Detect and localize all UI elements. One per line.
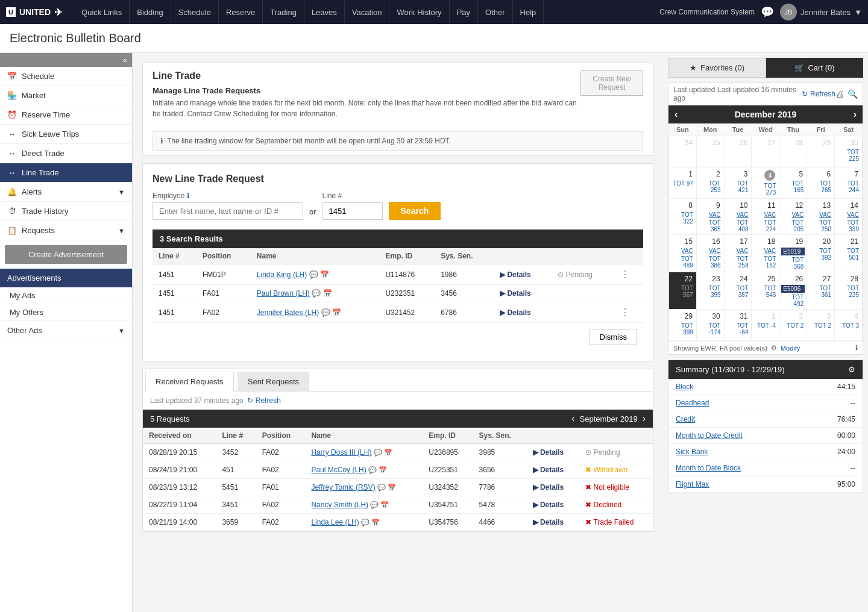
cell-sys-sen: 1986 xyxy=(435,264,494,285)
cal-icon-group: 🖨 🔍 xyxy=(835,89,858,99)
search-icon-btn[interactable]: 🔍 xyxy=(848,89,858,99)
sent-requests-tab[interactable]: Sent Requests xyxy=(237,372,309,391)
details-link[interactable]: ▶ Details xyxy=(500,289,531,298)
prev-month-btn[interactable]: ‹ xyxy=(571,413,574,424)
modify-link[interactable]: Modify xyxy=(781,345,800,352)
next-month-btn[interactable]: › xyxy=(643,413,646,424)
name-link[interactable]: Paul McCoy (LH) xyxy=(311,466,366,474)
block-link[interactable]: Block xyxy=(676,382,693,391)
create-new-request-btn[interactable]: Create New Request xyxy=(580,70,643,96)
name-link[interactable]: Harry Doss III (LH) xyxy=(311,448,371,457)
refresh-link[interactable]: ↻ Refresh xyxy=(247,396,281,405)
avatar: JB xyxy=(780,4,797,20)
sidebar-item-direct-trade[interactable]: ↔ Direct Trade xyxy=(0,144,132,163)
req-nav-row: 5 Requests ‹ September 2019 › xyxy=(143,410,653,428)
cal-refresh-btn[interactable]: ↻ Refresh xyxy=(802,90,835,98)
calendar-top-bar: Last updated Last updated 16 minutes ago… xyxy=(668,83,863,105)
cell-details[interactable]: ▶ Details xyxy=(494,302,552,323)
print-icon-btn[interactable]: 🖨 xyxy=(835,89,844,99)
cell-details[interactable]: ▶ Details xyxy=(494,285,552,302)
nav-bidding[interactable]: Bidding xyxy=(130,0,171,24)
cal-event[interactable]: E5019 xyxy=(781,248,805,255)
vac-link[interactable]: VAC xyxy=(753,247,778,255)
cell-position: FA02 xyxy=(256,461,306,479)
cell-details[interactable]: ▶ Details xyxy=(494,264,552,285)
vac-link[interactable]: VAC xyxy=(698,211,723,219)
cart-btn[interactable]: 🛒 Cart (0) xyxy=(766,58,863,78)
cell-name: Linda King (LH) 💬 📅 xyxy=(251,264,380,285)
cell-menu[interactable] xyxy=(614,285,643,302)
cell-details[interactable]: ▶ Details xyxy=(527,479,579,496)
cell-menu[interactable]: ⋮ xyxy=(614,302,643,323)
sick-bank-link[interactable]: Sick Bank xyxy=(676,448,708,456)
sidebar-item-other-ads[interactable]: Other Ads ▼ xyxy=(0,321,132,340)
dots-menu[interactable]: ⋮ xyxy=(620,307,630,317)
cal-event[interactable]: E5006 xyxy=(781,285,805,293)
sidebar-toggle[interactable]: « xyxy=(0,53,132,67)
search-button[interactable]: Search xyxy=(389,202,441,220)
month-block-link[interactable]: Month to Date Block xyxy=(676,464,741,472)
vac-link[interactable]: VAC xyxy=(781,211,805,219)
sidebar-item-trade-history[interactable]: ⏱ Trade History xyxy=(0,202,132,221)
cell-menu[interactable]: ⋮ xyxy=(614,264,643,285)
nav-trading[interactable]: Trading xyxy=(263,0,304,24)
nav-reserve[interactable]: Reserve xyxy=(219,0,263,24)
sidebar-item-schedule[interactable]: 📅 Schedule xyxy=(0,67,132,86)
month-credit-link[interactable]: Month to Date Credit xyxy=(676,431,743,440)
sidebar-item-my-ads[interactable]: My Ads xyxy=(0,287,132,304)
dismiss-button[interactable]: Dismiss xyxy=(590,329,638,345)
nav-other[interactable]: Other xyxy=(478,0,513,24)
vac-link[interactable]: VAC xyxy=(808,211,833,219)
name-link[interactable]: Linda King (LH) xyxy=(257,270,307,279)
refresh-icon: ↻ xyxy=(247,396,253,405)
sidebar-label-schedule: Schedule xyxy=(22,72,54,81)
vac-link[interactable]: VAC xyxy=(753,211,778,219)
nav-work-history[interactable]: Work History xyxy=(389,0,449,24)
nav-vacation[interactable]: Vacation xyxy=(345,0,390,24)
sidebar-item-my-offers[interactable]: My Offers xyxy=(0,304,132,321)
sidebar-item-alerts[interactable]: 🔔 Alerts ▼ xyxy=(0,183,132,202)
credit-link[interactable]: Credit xyxy=(676,415,695,423)
favorites-btn[interactable]: ★ Favorites (0) xyxy=(668,58,766,78)
summary-gear-icon[interactable]: ⚙ xyxy=(848,365,855,374)
cal-next-btn[interactable]: › xyxy=(854,109,857,120)
nav-quick-links[interactable]: Quick Links xyxy=(74,0,130,24)
cell-details[interactable]: ▶ Details xyxy=(527,461,579,479)
sidebar-item-requests[interactable]: 📋 Requests ▼ xyxy=(0,221,132,240)
sidebar-item-market[interactable]: 🏪 Market xyxy=(0,86,132,105)
name-link[interactable]: Paul Brown (LH) xyxy=(257,289,310,298)
cell-details[interactable]: ▶ Details xyxy=(527,514,579,531)
nav-schedule[interactable]: Schedule xyxy=(171,0,219,24)
details-link[interactable]: ▶ Details xyxy=(500,270,531,279)
employee-input[interactable] xyxy=(153,202,303,220)
vac-link[interactable]: VAC xyxy=(726,247,750,255)
vac-link[interactable]: VAC xyxy=(670,247,695,255)
name-link[interactable]: Nancy Smith (LH) xyxy=(311,501,368,509)
nav-pay[interactable]: Pay xyxy=(450,0,478,24)
flight-max-link[interactable]: Flight Max xyxy=(676,480,709,489)
sidebar-item-reserve-time[interactable]: ⏰ Reserve Time xyxy=(0,105,132,125)
refresh-label: Refresh xyxy=(256,396,281,405)
deadhead-link[interactable]: Deadhead xyxy=(676,399,709,407)
user-info[interactable]: JB Jennifer Bates ▼ xyxy=(780,4,862,20)
vac-link[interactable]: VAC xyxy=(836,211,861,219)
col-menu xyxy=(614,248,643,264)
name-link[interactable]: Jennifer Bates (LH) xyxy=(257,308,319,317)
nav-help[interactable]: Help xyxy=(513,0,544,24)
cal-prev-btn[interactable]: ‹ xyxy=(675,109,678,120)
vac-link[interactable]: VAC xyxy=(698,247,723,255)
sidebar-item-line-trade[interactable]: ↔ Line Trade xyxy=(0,163,132,183)
received-requests-tab[interactable]: Received Requests xyxy=(145,372,234,392)
vac-link[interactable]: VAC xyxy=(726,211,750,219)
sidebar-item-sick-leave[interactable]: ↔ Sick Leave Trips xyxy=(0,125,132,144)
name-link[interactable]: Jeffrey Tomic (RSV) xyxy=(311,483,375,492)
create-advertisement-btn[interactable]: Create Advertisement xyxy=(5,245,127,264)
cell-details[interactable]: ▶ Details xyxy=(527,444,579,461)
cal-day-cell: 7TOT 244 xyxy=(835,167,863,199)
cell-details[interactable]: ▶ Details xyxy=(527,496,579,514)
nav-leaves[interactable]: Leaves xyxy=(304,0,345,24)
dots-menu[interactable]: ⋮ xyxy=(620,269,630,279)
name-link[interactable]: Linda Lee (LH) xyxy=(311,518,359,526)
line-number-input[interactable] xyxy=(322,202,383,220)
details-link[interactable]: ▶ Details xyxy=(500,308,531,317)
